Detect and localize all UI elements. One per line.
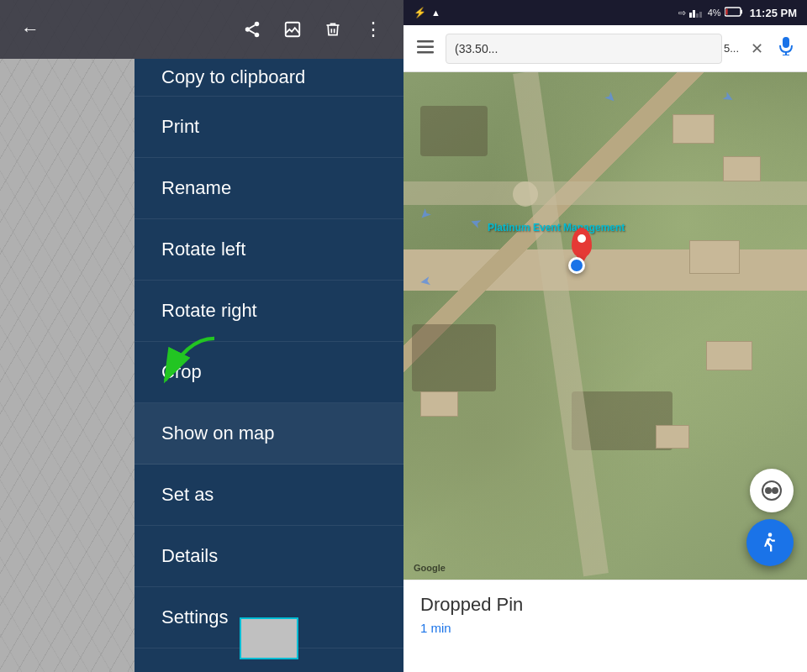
building (706, 341, 752, 370)
svg-line-4 (250, 25, 255, 29)
terrain-patch (420, 106, 488, 156)
svg-rect-15 (417, 46, 434, 49)
building (672, 114, 715, 144)
left-panel: ← (0, 0, 404, 672)
menu-item-rename[interactable]: Rename (134, 158, 404, 219)
current-location-dot (568, 257, 585, 274)
svg-rect-8 (693, 10, 695, 18)
share-button[interactable] (235, 13, 269, 46)
road-horizontal (404, 181, 807, 205)
svg-rect-14 (417, 40, 434, 43)
context-menu: Copy to clipboard Print Rename Rotate le… (134, 59, 404, 672)
travel-time-badge: 1 min (420, 621, 790, 635)
roundabout (513, 181, 538, 207)
menu-item-copy-clipboard[interactable]: Copy to clipboard (134, 59, 404, 97)
status-icons: ⇨ 4% 11:25 PM (678, 6, 797, 19)
edit-image-button[interactable] (276, 13, 309, 46)
menu-item-rotate-left[interactable]: Rotate left (134, 219, 404, 281)
map-arrow-ne2: ➤ (720, 87, 737, 107)
pin-dot (578, 234, 586, 243)
road-vertical (513, 72, 609, 576)
svg-rect-16 (417, 51, 434, 54)
voice-search-button[interactable] (775, 34, 797, 63)
map-arrow-left: ➤ (419, 273, 432, 291)
menu-item-crop[interactable]: Crop (134, 342, 404, 403)
building (656, 425, 689, 449)
map-arrow-sw: ➤ (416, 205, 435, 224)
satellite-map: ➤ ➤ ➤ ➤ ➤ Platinum Event Management Goog… (404, 72, 807, 580)
image-thumbnail (240, 617, 298, 659)
walk-fab-button[interactable] (746, 519, 794, 566)
svg-rect-9 (696, 13, 699, 18)
pin-body (572, 228, 592, 258)
battery-percent: 4% (708, 8, 721, 18)
menu-item-details[interactable]: Details (134, 526, 404, 587)
menu-button[interactable] (414, 35, 437, 61)
svg-rect-7 (689, 13, 692, 18)
search-extra: 5... (724, 42, 739, 55)
svg-rect-17 (783, 37, 789, 48)
status-bar: ⚡ ▲ ⇨ 4% 11:25 PM (404, 0, 807, 25)
more-options-button[interactable]: ⋮ (356, 13, 390, 46)
menu-item-show-on-map[interactable]: Show on map (134, 403, 404, 465)
notification-icon: ▲ (431, 8, 440, 18)
building (689, 240, 740, 274)
locate-icon (762, 480, 782, 501)
map-arrow-ne: ➤ (601, 87, 620, 107)
terrain-patch (412, 324, 496, 391)
svg-point-1 (245, 27, 251, 32)
top-toolbar: ← (0, 0, 404, 59)
svg-rect-10 (699, 12, 702, 18)
svg-point-2 (255, 33, 260, 37)
usb-icon: ⚡ (414, 7, 426, 18)
search-input[interactable] (446, 34, 722, 64)
wifi-icon: ⇨ (678, 8, 686, 18)
menu-item-set-as[interactable]: Set as (134, 465, 404, 526)
map-pin (572, 228, 592, 258)
address-bar: 5... ✕ (404, 25, 807, 72)
back-button[interactable]: ← (13, 13, 47, 46)
bottom-info-panel: Dropped Pin 1 min (404, 580, 807, 672)
time: 11:25 PM (750, 7, 797, 19)
signal-strength (689, 6, 704, 19)
menu-item-rotate-right[interactable]: Rotate right (134, 281, 404, 342)
svg-point-0 (255, 22, 260, 27)
menu-item-print[interactable]: Print (134, 97, 404, 158)
google-watermark: Google (414, 563, 446, 573)
building (723, 156, 761, 181)
right-panel: ⚡ ▲ ⇨ 4% 11:25 PM (404, 0, 807, 672)
locate-button[interactable] (750, 469, 794, 512)
svg-line-3 (250, 30, 255, 34)
map-arrow-sw2: ➤ (468, 213, 484, 232)
svg-point-20 (768, 533, 773, 537)
building (420, 391, 458, 417)
svg-rect-5 (286, 23, 300, 37)
clear-search-button[interactable]: ✕ (747, 36, 767, 61)
svg-rect-12 (741, 10, 742, 14)
svg-rect-13 (725, 9, 727, 15)
delete-button[interactable] (316, 13, 350, 46)
map-area[interactable]: ➤ ➤ ➤ ➤ ➤ Platinum Event Management Goog… (404, 72, 807, 580)
dropped-pin-title: Dropped Pin (420, 594, 790, 616)
map-place-label: Platinum Event Management (488, 222, 625, 234)
battery-icon (725, 7, 743, 18)
thumbnail-bar (134, 613, 404, 664)
